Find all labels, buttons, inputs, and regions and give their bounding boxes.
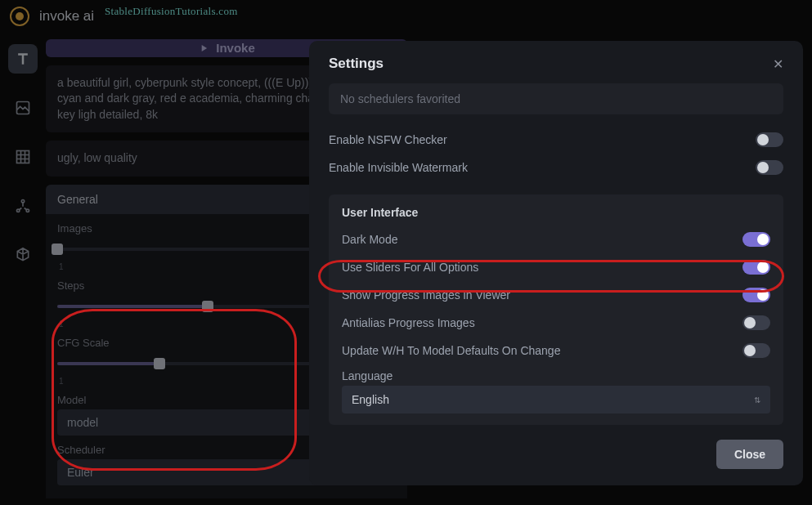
schedulers-favorited[interactable]: No schedulers favorited xyxy=(329,83,783,114)
antialias-toggle[interactable] xyxy=(742,315,770,330)
nsfw-label: Enable NSFW Checker xyxy=(329,133,447,146)
sliders-label: Use Sliders For All Options xyxy=(342,261,478,274)
ui-section-title: User Interface xyxy=(342,206,770,219)
nsfw-toggle[interactable] xyxy=(756,132,783,147)
antialias-label: Antialias Progress Images xyxy=(342,316,475,329)
language-select[interactable]: English⇅ xyxy=(342,386,770,413)
sliders-toggle[interactable] xyxy=(742,260,770,275)
watermark-toggle[interactable] xyxy=(756,160,783,175)
settings-modal: Settings ✕ No schedulers favorited Enabl… xyxy=(309,41,803,485)
watermark-label: Enable Invisible Watermark xyxy=(329,161,468,174)
progress-label: Show Progress Images in Viewer xyxy=(342,288,510,302)
wh-toggle[interactable] xyxy=(742,343,770,358)
language-label: Language xyxy=(342,369,770,382)
modal-title: Settings xyxy=(329,56,384,72)
close-icon[interactable]: ✕ xyxy=(773,56,783,72)
dark-mode-toggle[interactable] xyxy=(742,232,770,247)
chevron-updown-icon: ⇅ xyxy=(754,396,760,404)
wh-label: Update W/H To Model Defaults On Change xyxy=(342,344,560,357)
dark-mode-label: Dark Mode xyxy=(342,233,397,246)
close-button[interactable]: Close xyxy=(716,440,783,469)
progress-toggle[interactable] xyxy=(742,288,770,302)
